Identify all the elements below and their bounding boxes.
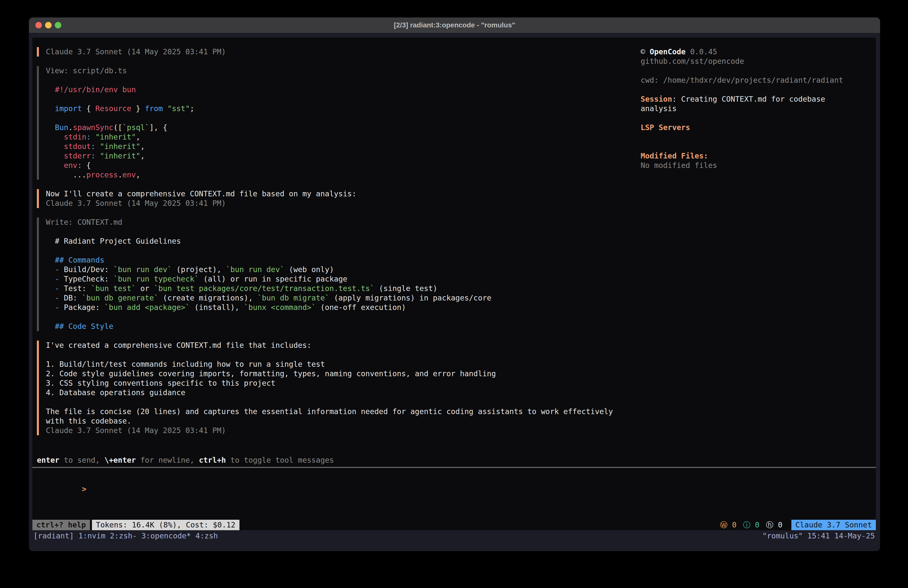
message-input-area[interactable]: > xyxy=(32,468,876,520)
diagnostics: Ⓦ 0ⓘ 0ⓗ 0 xyxy=(720,520,791,530)
chat-line: - Package: `bun add <package>` (install)… xyxy=(46,303,641,312)
help-tokens: enter to send, \+enter for newline, ctrl… xyxy=(37,456,876,465)
terminal-window: [2/3] radiant:3:opencode - "romulus" Cla… xyxy=(29,18,880,551)
chat-line xyxy=(46,113,641,123)
chat-line: 3. CSS styling conventions specific to t… xyxy=(46,379,641,388)
chat-line: 1. Build/lint/test commands including ho… xyxy=(46,359,641,369)
chat-line xyxy=(46,94,641,104)
chat-line: Claude 3.7 Sonnet (14 May 2025 03:41 PM) xyxy=(46,198,641,208)
window-controls xyxy=(35,18,61,33)
zoom-window-button[interactable] xyxy=(55,22,61,28)
opencode-tui: Claude 3.7 Sonnet (14 May 2025 03:41 PM)… xyxy=(32,38,876,530)
window-title: [2/3] radiant:3:opencode - "romulus" xyxy=(394,21,515,29)
sidebar-line xyxy=(641,66,874,76)
help-line: enter to send, \+enter for newline, ctrl… xyxy=(32,456,876,465)
chat-line: #!/usr/bin/env bun xyxy=(46,85,641,94)
chat-line: Bun.spawnSync([`psql`], { xyxy=(46,123,641,132)
chat-line: ## Commands xyxy=(46,255,641,265)
chat-line xyxy=(46,227,641,237)
sidebar-line: LSP Servers xyxy=(641,123,874,132)
chat-line: env: { xyxy=(46,161,641,170)
terminal-content: Claude 3.7 Sonnet (14 May 2025 03:41 PM)… xyxy=(29,33,880,551)
sidebar-line xyxy=(641,142,874,151)
chat-line: ## Code Style xyxy=(46,322,641,331)
close-window-button[interactable] xyxy=(35,22,42,28)
sidebar-lines: © OpenCode 0.0.45github.com/sst/opencode… xyxy=(641,38,876,456)
chat-line: ...process.env, xyxy=(46,170,641,180)
assistant-message-block: Now I'll create a comprehensive CONTEXT.… xyxy=(37,189,641,208)
chat-line xyxy=(46,76,641,85)
warnings-indicator: Ⓦ 0 xyxy=(720,520,737,530)
info-indicator: ⓘ 0 xyxy=(743,520,760,530)
chat-line: # Radiant Project Guidelines xyxy=(46,237,641,246)
prompt-caret-icon: > xyxy=(82,485,87,493)
sidebar-line xyxy=(641,85,874,94)
chat-line: - DB: `bun db generate` (create migratio… xyxy=(46,293,641,303)
tokens-cost-chip: Tokens: 16.4K (8%), Cost: $0.12 xyxy=(92,520,240,530)
chat-line: stderr: "inherit", xyxy=(46,151,641,161)
window-titlebar[interactable]: [2/3] radiant:3:opencode - "romulus" xyxy=(29,18,880,33)
tmux-host-clock: "romulus" 15:41 14-May-25 xyxy=(762,532,875,540)
assistant-header-block: Claude 3.7 Sonnet (14 May 2025 03:41 PM) xyxy=(37,47,641,56)
chat-line: - Build/Dev: `bun run dev` (project), `b… xyxy=(46,265,641,274)
tmux-window-list[interactable]: [radiant] 1:nvim 2:zsh- 3:opencode* 4:zs… xyxy=(34,532,218,540)
sidebar-line: No modified files xyxy=(641,161,874,170)
chat-line xyxy=(46,246,641,255)
chat-line: stdout: "inherit", xyxy=(46,142,641,151)
sidebar-line: © OpenCode 0.0.45 xyxy=(641,47,874,56)
status-bar: ctrl+? help Tokens: 16.4K (8%), Cost: $0… xyxy=(32,520,876,530)
chat-blocks: Claude 3.7 Sonnet (14 May 2025 03:41 PM)… xyxy=(32,38,641,456)
tmux-status-bar: [radiant] 1:nvim 2:zsh- 3:opencode* 4:zs… xyxy=(32,530,876,541)
chat-line xyxy=(46,397,641,407)
sidebar-line: github.com/sst/opencode xyxy=(641,56,874,66)
tool-view-block: View: script/db.ts #!/usr/bin/env bun im… xyxy=(37,66,641,180)
chat-line: Claude 3.7 Sonnet (14 May 2025 03:41 PM) xyxy=(46,426,641,435)
assistant-message-block: I've created a comprehensive CONTEXT.md … xyxy=(37,341,641,435)
chat-line: I've created a comprehensive CONTEXT.md … xyxy=(46,341,641,350)
sidebar-line: Session: Creating CONTEXT.md for codebas… xyxy=(641,94,874,104)
minimize-window-button[interactable] xyxy=(45,22,52,28)
chat-line: - Test: `bun test` or `bun test packages… xyxy=(46,284,641,293)
help-shortcut-chip: ctrl+? help xyxy=(32,520,90,530)
opencode-workspace: Claude 3.7 Sonnet (14 May 2025 03:41 PM)… xyxy=(32,38,876,456)
chat-line xyxy=(46,350,641,359)
model-badge: Claude 3.7 Sonnet xyxy=(791,520,876,530)
sidebar-line xyxy=(641,113,874,123)
sidebar-line: cwd: /home/thdxr/dev/projects/radiant/ra… xyxy=(641,76,874,85)
chat-line xyxy=(46,312,641,322)
chat-line: import { Resource } from "sst"; xyxy=(46,104,641,113)
chat-line: 2. Code style guidelines covering import… xyxy=(46,369,641,379)
sidebar-line: analysis xyxy=(641,104,874,113)
sidebar-line xyxy=(641,132,874,142)
chat-line: Now I'll create a comprehensive CONTEXT.… xyxy=(46,189,641,198)
chat-line: View: script/db.ts xyxy=(46,66,641,76)
chat-line: stdin: "inherit", xyxy=(46,132,641,142)
chat-line: Claude 3.7 Sonnet (14 May 2025 03:41 PM) xyxy=(46,47,641,56)
chat-line: The file is concise (20 lines) and captu… xyxy=(46,407,641,416)
chat-line: - TypeCheck: `bun run typecheck` (all) o… xyxy=(46,274,641,284)
chat-line: 4. Database operations guidance xyxy=(46,388,641,397)
chat-line: Write: CONTEXT.md xyxy=(46,217,641,227)
tool-write-block: Write: CONTEXT.md # Radiant Project Guid… xyxy=(37,217,641,331)
hints-indicator: ⓗ 0 xyxy=(766,520,782,530)
sidebar-line: Modified Files: xyxy=(641,151,874,161)
chat-line: with this codebase. xyxy=(46,416,641,426)
